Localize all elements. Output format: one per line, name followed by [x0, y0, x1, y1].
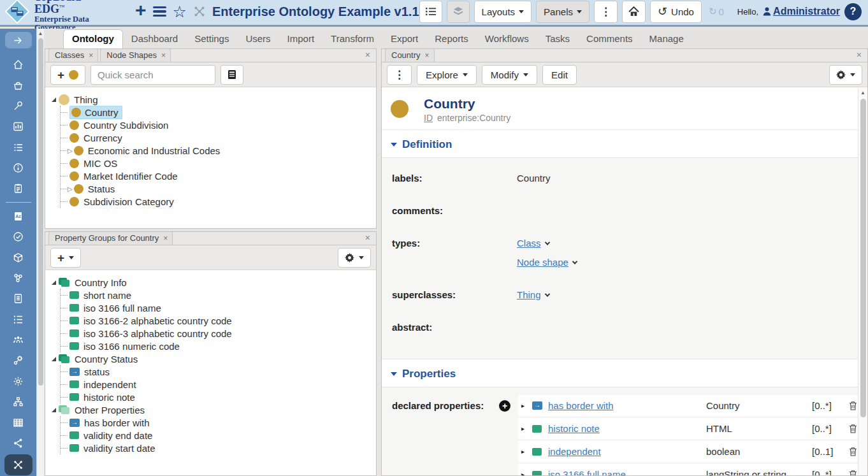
add-property-icon[interactable]: + [499, 400, 510, 412]
sidebar-item-tools[interactable] [0, 96, 36, 116]
explore-button[interactable]: Explore [417, 65, 477, 85]
sidebar-item-linked-data[interactable] [0, 268, 36, 288]
chevron-down-icon[interactable] [544, 240, 549, 245]
layouts-button[interactable]: Layouts [474, 1, 532, 23]
glossary-view-button[interactable] [221, 65, 243, 85]
sidebar-item-data-grid[interactable] [0, 412, 36, 433]
type-link-class[interactable]: Class [517, 238, 541, 249]
property-link[interactable]: has border with [548, 400, 614, 411]
group-other-properties[interactable]: Other Properties [52, 403, 373, 416]
close-panel-icon[interactable]: × [359, 233, 376, 245]
property-short-name[interactable]: short name [61, 289, 373, 301]
superclass-link-thing[interactable]: Thing [517, 289, 541, 300]
expand-arrow-icon[interactable]: ▸ [521, 402, 532, 409]
delete-icon[interactable] [849, 401, 858, 410]
collapse-icon[interactable] [52, 408, 56, 412]
sidebar-item-graph-view[interactable] [0, 454, 36, 476]
tree-item-status[interactable]: ▷ Status [61, 182, 373, 195]
property-historic-note[interactable]: historic note [61, 391, 373, 403]
sidebar-item-settings[interactable] [0, 371, 36, 391]
property-has-border-with[interactable]: has border with [61, 416, 373, 429]
tab-settings[interactable]: Settings [186, 30, 237, 48]
properties-section-header[interactable]: Properties [382, 359, 858, 387]
sidebar-item-share[interactable] [0, 433, 36, 453]
chevron-down-icon[interactable] [572, 259, 577, 264]
scroll-up-icon[interactable]: ▲ [858, 88, 867, 96]
modify-button[interactable]: Modify [482, 65, 537, 85]
tree-item-thing[interactable]: Thing [52, 93, 373, 106]
panel-tab-country[interactable]: Country × [385, 48, 435, 62]
property-iso3166-numeric-code[interactable]: iso 3166 numeric code [61, 340, 373, 352]
group-country-status[interactable]: Country Status [52, 352, 373, 365]
quick-search-combo[interactable] [90, 65, 215, 85]
search-input[interactable] [91, 69, 215, 80]
delete-icon[interactable] [849, 470, 858, 475]
sidebar-item-task-list[interactable] [0, 137, 36, 157]
delete-icon[interactable] [849, 447, 858, 456]
panel-settings-button[interactable] [338, 248, 371, 268]
property-link[interactable]: iso 3166 full name [548, 469, 626, 475]
add-property-group-button[interactable]: + [50, 248, 81, 268]
sidebar-item-services[interactable] [0, 350, 36, 371]
tree-item-subdivision-category[interactable]: Subdivision Category [61, 195, 373, 208]
property-link[interactable]: historic note [548, 423, 600, 434]
tab-ontology[interactable]: Ontology [63, 29, 123, 48]
property-iso3166-3-code[interactable]: iso 3166-3 alphabetic country code [61, 327, 373, 340]
current-user-link[interactable]: Administrator [763, 6, 840, 17]
detail-settings-button[interactable] [829, 65, 862, 85]
close-icon[interactable]: × [89, 52, 93, 59]
scroll-up-icon[interactable]: ▲ [37, 29, 44, 36]
expand-arrow-icon[interactable]: ▸ [521, 425, 532, 432]
property-validity-end-date[interactable]: validity end date [61, 429, 373, 442]
layers-button[interactable] [447, 1, 470, 23]
scrollbar-thumb[interactable] [860, 99, 866, 417]
tree-item-market-identifier-code[interactable]: Market Identifier Code [61, 169, 373, 182]
sidebar-item-reports-chart[interactable] [0, 117, 36, 137]
sidebar-item-info[interactable] [0, 157, 36, 178]
favorite-star-icon[interactable]: ☆ [173, 4, 187, 20]
sidebar-item-ordered-list[interactable] [0, 309, 36, 329]
property-iso3166-full-name[interactable]: iso 3166 full name [61, 301, 373, 314]
help-button[interactable]: ? [844, 3, 862, 20]
detail-scrollbar[interactable]: ▲ [858, 88, 867, 475]
scrollbar-thumb[interactable] [38, 38, 43, 386]
panel-tab-property-groups[interactable]: Property Groups for Country × [48, 231, 173, 245]
sidebar-item-hierarchy[interactable] [0, 391, 36, 412]
list-view-button[interactable] [419, 1, 442, 23]
collapse-icon[interactable] [52, 357, 56, 361]
undo-button[interactable]: ↺ Undo [650, 1, 702, 23]
sidebar-item-home[interactable] [0, 54, 36, 75]
sidebar-item-document[interactable] [0, 289, 36, 309]
property-validity-start-date[interactable]: validity start date [61, 442, 373, 454]
tab-workflows[interactable]: Workflows [477, 30, 537, 48]
home-button[interactable] [622, 1, 646, 23]
expand-icon[interactable]: ▷ [68, 185, 73, 192]
property-iso3166-2-code[interactable]: iso 3166-2 alphabetic country code [61, 314, 373, 327]
tree-item-currency[interactable]: Currency [61, 131, 373, 144]
sidebar-item-clipboard[interactable] [0, 178, 36, 199]
tree-item-country[interactable]: Country [61, 106, 373, 119]
property-link[interactable]: independent [548, 446, 601, 457]
definition-section-header[interactable]: Definition [382, 129, 858, 157]
tab-users[interactable]: Users [237, 30, 278, 48]
close-panel-icon[interactable]: × [851, 50, 867, 62]
tree-item-mic-os[interactable]: MIC OS [61, 157, 373, 169]
sidebar-item-quality-check[interactable] [0, 226, 36, 247]
close-icon[interactable]: × [425, 52, 430, 59]
close-icon[interactable]: × [161, 52, 166, 59]
property-independent[interactable]: independent [61, 378, 373, 391]
collapse-icon[interactable] [52, 280, 56, 285]
tab-tasks[interactable]: Tasks [537, 30, 578, 48]
tab-dashboard[interactable]: Dashboard [123, 30, 186, 48]
tab-export[interactable]: Export [382, 30, 426, 48]
close-panel-icon[interactable]: × [359, 50, 376, 62]
expand-arrow-icon[interactable]: ▸ [521, 448, 532, 455]
menu-icon[interactable] [153, 6, 166, 17]
expand-arrow-icon[interactable]: ▸ [521, 471, 532, 475]
collapse-icon[interactable] [52, 97, 56, 102]
sidebar-item-package[interactable] [0, 247, 36, 268]
sidebar-item-glossary[interactable]: Az [0, 206, 36, 226]
panel-tab-classes[interactable]: Classes × [48, 48, 98, 62]
tab-comments[interactable]: Comments [578, 30, 641, 48]
delete-icon[interactable] [849, 424, 858, 433]
